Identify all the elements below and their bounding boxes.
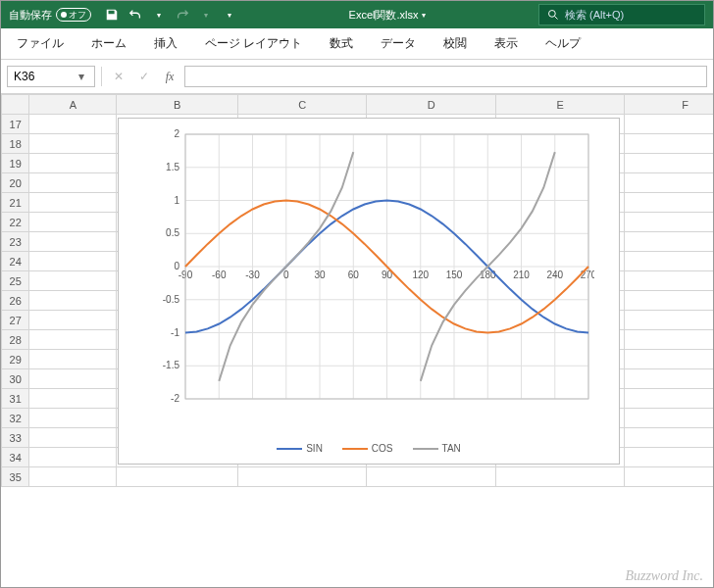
- redo-icon: [174, 6, 191, 24]
- row-header[interactable]: 34: [2, 448, 29, 467]
- chevron-down-icon[interactable]: ▾: [75, 70, 88, 83]
- cell[interactable]: [625, 213, 713, 232]
- cell[interactable]: [237, 467, 367, 487]
- chevron-down-icon[interactable]: ▾: [422, 11, 426, 20]
- cell[interactable]: [495, 467, 625, 487]
- tab-home[interactable]: ホーム: [79, 29, 138, 58]
- tab-view[interactable]: 表示: [483, 29, 530, 58]
- row-header[interactable]: 31: [2, 389, 29, 409]
- cell[interactable]: [29, 291, 117, 311]
- row-header[interactable]: 30: [2, 369, 29, 389]
- tab-formulas[interactable]: 数式: [318, 29, 365, 58]
- svg-text:-60: -60: [212, 270, 227, 280]
- autosave-label: 自動保存: [9, 8, 52, 23]
- row-header[interactable]: 33: [2, 428, 29, 448]
- cell[interactable]: [29, 311, 117, 330]
- row-header[interactable]: 21: [2, 193, 29, 213]
- cell[interactable]: [625, 330, 713, 350]
- cell[interactable]: [29, 173, 117, 193]
- row-header[interactable]: 18: [2, 134, 29, 154]
- row-header[interactable]: 22: [2, 213, 29, 232]
- chart-object[interactable]: -2-1.5-1-0.500.511.52-90-60-300306090120…: [118, 118, 620, 465]
- qat-overflow-icon[interactable]: ▾: [221, 6, 238, 24]
- undo-icon[interactable]: [127, 6, 144, 24]
- cell[interactable]: [29, 193, 117, 213]
- enter-icon[interactable]: ✓: [133, 66, 155, 87]
- svg-text:-1.5: -1.5: [163, 360, 180, 370]
- autosave-toggle[interactable]: 自動保存 オフ: [1, 8, 97, 23]
- row-header[interactable]: 25: [2, 271, 29, 291]
- cell[interactable]: [625, 409, 713, 428]
- column-header[interactable]: A: [29, 95, 117, 115]
- row-header[interactable]: 23: [2, 232, 29, 252]
- cell[interactable]: [625, 271, 713, 291]
- cell[interactable]: [29, 154, 117, 173]
- tab-data[interactable]: データ: [369, 29, 428, 58]
- cell[interactable]: [29, 409, 117, 428]
- row-header[interactable]: 32: [2, 409, 29, 428]
- chevron-down-icon[interactable]: ▾: [150, 6, 168, 24]
- cell[interactable]: [625, 115, 713, 134]
- row-header[interactable]: 19: [2, 154, 29, 173]
- row-header[interactable]: 35: [2, 467, 29, 487]
- cell[interactable]: [117, 467, 237, 487]
- row-header[interactable]: 17: [2, 115, 29, 134]
- cell[interactable]: [29, 369, 117, 389]
- cell[interactable]: [29, 448, 117, 467]
- column-header[interactable]: F: [625, 95, 713, 115]
- cell[interactable]: [625, 232, 713, 252]
- cell[interactable]: [29, 330, 117, 350]
- cell[interactable]: [29, 213, 117, 232]
- select-all-corner[interactable]: [2, 95, 29, 115]
- cell[interactable]: [29, 350, 117, 369]
- cell[interactable]: [625, 428, 713, 448]
- cell[interactable]: [625, 193, 713, 213]
- cell[interactable]: [29, 232, 117, 252]
- cell[interactable]: [625, 448, 713, 467]
- cell[interactable]: [367, 467, 496, 487]
- tab-file[interactable]: ファイル: [5, 29, 76, 58]
- column-header[interactable]: B: [117, 95, 237, 115]
- tab-review[interactable]: 校閲: [432, 29, 479, 58]
- cell[interactable]: [625, 311, 713, 330]
- fx-icon[interactable]: fx: [159, 66, 180, 87]
- cell[interactable]: [29, 467, 117, 487]
- row-header[interactable]: 24: [2, 252, 29, 271]
- cell[interactable]: [29, 428, 117, 448]
- chart-legend: SIN COS TAN: [119, 438, 619, 458]
- row-header[interactable]: 28: [2, 330, 29, 350]
- cell[interactable]: [625, 173, 713, 193]
- cell[interactable]: [625, 252, 713, 271]
- tab-help[interactable]: ヘルプ: [534, 29, 592, 58]
- row-header[interactable]: 26: [2, 291, 29, 311]
- cell[interactable]: [29, 252, 117, 271]
- row-header[interactable]: 27: [2, 311, 29, 330]
- cell[interactable]: [625, 291, 713, 311]
- legend-item: COS: [342, 443, 393, 454]
- column-header[interactable]: D: [367, 95, 496, 115]
- cell[interactable]: [625, 467, 713, 487]
- name-box[interactable]: K36▾: [7, 66, 95, 87]
- column-header[interactable]: C: [237, 95, 367, 115]
- column-header[interactable]: E: [495, 95, 625, 115]
- cell[interactable]: [29, 389, 117, 409]
- save-icon[interactable]: [103, 6, 121, 24]
- svg-line-1: [555, 17, 558, 20]
- cell[interactable]: [625, 389, 713, 409]
- cell[interactable]: [29, 134, 117, 154]
- cell[interactable]: [625, 154, 713, 173]
- cell[interactable]: [29, 115, 117, 134]
- search-input[interactable]: 検索 (Alt+Q): [538, 4, 705, 25]
- cell[interactable]: [29, 271, 117, 291]
- cancel-icon[interactable]: ✕: [108, 66, 129, 87]
- row-header[interactable]: 29: [2, 350, 29, 369]
- cell[interactable]: [625, 350, 713, 369]
- tab-page-layout[interactable]: ページ レイアウト: [193, 29, 314, 58]
- cell[interactable]: [625, 134, 713, 154]
- formula-input[interactable]: [184, 66, 707, 87]
- cell[interactable]: [625, 369, 713, 389]
- row-header[interactable]: 20: [2, 173, 29, 193]
- svg-text:-0.5: -0.5: [163, 294, 180, 305]
- chevron-down-icon[interactable]: ▾: [197, 6, 215, 24]
- tab-insert[interactable]: 挿入: [142, 29, 189, 58]
